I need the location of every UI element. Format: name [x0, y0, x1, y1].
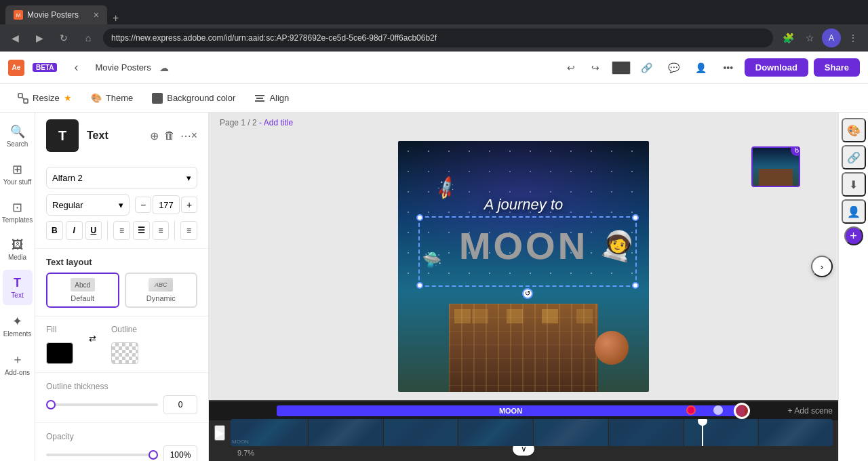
theme-button[interactable]: 🎨 Theme: [84, 90, 140, 106]
align-button[interactable]: Align: [248, 90, 296, 106]
italic-button[interactable]: I: [66, 221, 83, 240]
nav-refresh-button[interactable]: ↻: [54, 28, 73, 47]
align-left-button[interactable]: ≡: [113, 221, 130, 240]
layout-default-option[interactable]: Abcd Default: [46, 273, 119, 308]
sidebar-item-your-stuff[interactable]: ⊞ Your stuff: [3, 156, 33, 191]
sidebar-item-media[interactable]: 🖼 Media: [3, 232, 33, 267]
active-tab[interactable]: M Movie Posters ×: [5, 5, 107, 24]
timeline-dot-large[interactable]: [734, 403, 750, 419]
main-content: 🔍 Search ⊞ Your stuff ⊡ Templates 🖼 Medi…: [0, 113, 868, 461]
share-link-icon[interactable]: 🔗: [636, 57, 658, 79]
addons-icon: ＋: [12, 351, 24, 367]
align-icon: [254, 93, 265, 104]
opacity-slider[interactable]: [46, 454, 158, 456]
font-size-input[interactable]: [153, 195, 180, 214]
font-select-container[interactable]: Alfarn 2 ▾: [46, 167, 197, 188]
panel-close-button[interactable]: ×: [191, 129, 197, 142]
timeline-scrubber[interactable]: [702, 419, 703, 446]
svg-rect-4: [256, 98, 263, 99]
color-swatch[interactable]: [612, 61, 631, 75]
text-panel: T Text ⊕ 🗑 ⋯ × Alfarn 2 ▾ Regular: [35, 113, 209, 461]
swap-button[interactable]: ⇄: [84, 330, 100, 346]
poster-container[interactable]: 🚀 🛸 🧑‍🚀: [398, 141, 649, 392]
sidebar-item-search[interactable]: 🔍 Search: [3, 118, 33, 153]
font-size-minus[interactable]: −: [135, 197, 151, 213]
nav-home-button[interactable]: ⌂: [79, 28, 98, 47]
redo-button[interactable]: ↪: [585, 57, 606, 79]
right-download-button[interactable]: ⬇: [842, 172, 866, 197]
right-color-button[interactable]: 🎨: [842, 118, 866, 142]
nav-back-button[interactable]: ◀: [5, 28, 24, 47]
sidebar-item-elements[interactable]: ✦ Elements: [3, 308, 33, 343]
templates-icon: ⊡: [12, 200, 22, 215]
right-sidebar: 🎨 🔗 ⬇ 👤 +: [838, 113, 868, 461]
panel-header-row: T Text ⊕ 🗑 ⋯ ×: [35, 113, 208, 159]
font-size-plus[interactable]: +: [181, 197, 197, 213]
tab-favicon: M: [14, 10, 23, 20]
sidebar-label-addons: Add-ons: [5, 369, 30, 376]
bold-button[interactable]: B: [46, 221, 63, 240]
spaceship-2: 🛸: [422, 250, 443, 270]
sidebar-item-text[interactable]: T Text: [3, 270, 33, 305]
settings-icon[interactable]: ⋮: [844, 28, 863, 47]
align-right-button[interactable]: ≡: [153, 221, 170, 240]
profile-icon[interactable]: A: [822, 28, 841, 47]
browser-tabs: M Movie Posters × +: [5, 0, 124, 24]
resize-icon: [18, 93, 28, 104]
panel-header-icons: ⊕ 🗑 ⋯: [150, 129, 191, 142]
right-add-button[interactable]: +: [844, 226, 863, 245]
address-bar[interactable]: [103, 28, 773, 47]
more-text-button[interactable]: ≡: [180, 221, 197, 240]
font-style-select[interactable]: Regular ▾: [46, 194, 130, 216]
more-options-button[interactable]: •••: [717, 57, 739, 79]
nav-forward-button[interactable]: ▶: [30, 28, 49, 47]
app-header: Ae BETA ‹ Movie Posters ☁ ↩ ↪ 🔗 💬 👤 ••• …: [0, 52, 868, 84]
collaborators-icon[interactable]: 👤: [690, 57, 712, 79]
timeline-label-row: MOON + Add scene: [209, 401, 838, 420]
add-title-link[interactable]: - Add title: [259, 118, 293, 127]
right-link-button[interactable]: 🔗: [842, 145, 866, 169]
undo-button[interactable]: ↩: [560, 57, 582, 79]
outline-thickness-slider[interactable]: [46, 403, 158, 406]
your-stuff-icon: ⊞: [12, 162, 22, 177]
download-button[interactable]: Download: [745, 58, 808, 77]
underline-button[interactable]: U: [85, 221, 102, 240]
fill-color-preview[interactable]: [46, 342, 73, 364]
page-thumbnail[interactable]: 6: [751, 146, 800, 187]
sidebar-item-addons[interactable]: ＋ Add-ons: [3, 346, 33, 381]
page-label: Page 1 / 2 - Add title: [220, 118, 293, 127]
back-button[interactable]: ‹: [65, 57, 87, 79]
outline-thickness-section: Outline thickness: [35, 373, 208, 423]
timeline-track-area: MOON: [231, 419, 833, 446]
resize-star-icon: ★: [64, 93, 72, 103]
outline-color-preview[interactable]: [111, 342, 138, 364]
timeline-percentage: 9.7%: [237, 449, 254, 457]
right-person-button[interactable]: 👤: [842, 199, 866, 224]
canvas-next-button[interactable]: ›: [811, 256, 833, 277]
sidebar-item-templates[interactable]: ⊡ Templates: [3, 194, 33, 229]
new-tab-button[interactable]: +: [107, 12, 124, 24]
tab-close-icon[interactable]: ×: [94, 9, 99, 20]
add-scene-button[interactable]: + Add scene: [788, 406, 833, 416]
outline-thickness-value[interactable]: [163, 395, 197, 414]
background-color-button[interactable]: Background color: [145, 90, 242, 106]
play-button[interactable]: ▶: [214, 425, 225, 441]
timeline-dot-blue-small[interactable]: [713, 405, 723, 415]
opacity-value[interactable]: [163, 445, 197, 461]
panel-delete-icon[interactable]: 🗑: [164, 129, 175, 142]
extensions-icon[interactable]: 🧩: [778, 28, 797, 47]
panel-more-icon[interactable]: ⋯: [180, 129, 191, 142]
comments-icon[interactable]: 💬: [663, 57, 685, 79]
building-element: [449, 304, 598, 392]
panel-copy-icon[interactable]: ⊕: [150, 129, 159, 142]
cloud-save-icon[interactable]: ☁: [159, 62, 169, 73]
align-center-button[interactable]: ☰: [133, 221, 150, 240]
share-button[interactable]: Share: [814, 58, 860, 77]
layout-dynamic-option[interactable]: ABC Dynamic: [125, 273, 198, 308]
browser-chrome: M Movie Posters × +: [0, 0, 868, 24]
style-dropdown-icon: ▾: [119, 200, 123, 210]
bookmark-icon[interactable]: ☆: [800, 28, 819, 47]
timeline-dot-red[interactable]: [686, 405, 696, 415]
resize-button[interactable]: Resize ★: [11, 90, 79, 106]
svg-line-2: [22, 98, 24, 99]
